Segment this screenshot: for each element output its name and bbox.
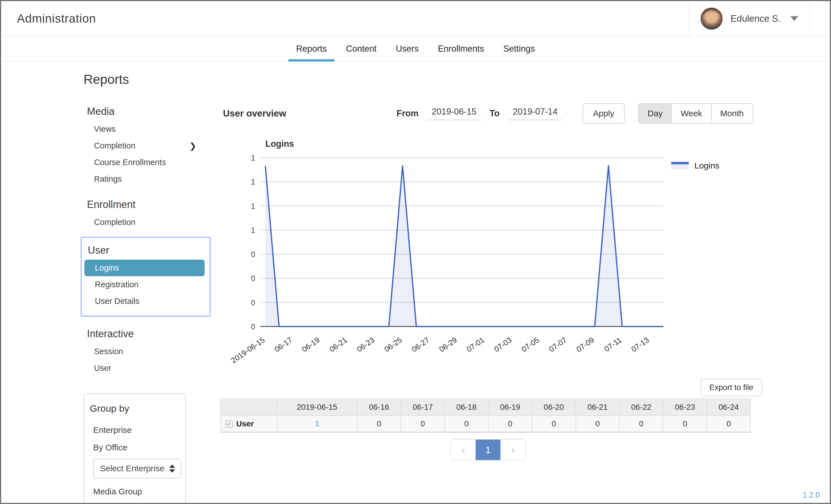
svg-text:07-09: 07-09: [575, 335, 596, 354]
sidebar-item-logins[interactable]: Logins: [84, 260, 205, 276]
tab-users[interactable]: Users: [388, 37, 426, 61]
table-header-cell: 06-18: [445, 399, 488, 416]
svg-text:07-05: 07-05: [520, 335, 541, 354]
svg-text:07-03: 07-03: [492, 335, 513, 354]
user-menu[interactable]: Edulence S.: [689, 1, 810, 36]
svg-text:07-07: 07-07: [547, 335, 568, 354]
to-date-input[interactable]: [508, 107, 562, 120]
section-title: User overview: [223, 108, 286, 119]
chevron-down-icon: [790, 16, 798, 21]
sidebar-item-completion[interactable]: Completion❯: [84, 138, 205, 154]
current-page[interactable]: 1: [476, 440, 500, 460]
sidebar-item-user[interactable]: User: [84, 360, 205, 377]
sidebar-item-completion[interactable]: Completion: [84, 214, 205, 231]
sidebar-item-ratings[interactable]: Ratings: [84, 171, 205, 187]
table-header-cell: 06-24: [707, 399, 750, 416]
svg-text:06-19: 06-19: [300, 335, 321, 354]
range-week-button[interactable]: Week: [672, 103, 711, 124]
table-header-cell: 06-19: [488, 399, 532, 416]
svg-text:0: 0: [251, 250, 255, 259]
select-arrows-icon: [169, 465, 175, 473]
table-row: ✓User1000000000: [221, 416, 750, 432]
table-cell: 0: [576, 416, 620, 432]
group-by-office[interactable]: By Office: [89, 439, 178, 456]
range-segmented-control: DayWeekMonth: [638, 103, 753, 124]
row-label-cell: ✓User: [221, 416, 277, 432]
table-cell: 0: [707, 416, 750, 432]
tab-reports[interactable]: Reports: [288, 37, 335, 61]
svg-text:0: 0: [251, 299, 255, 307]
sidebar-item-course-enrollments[interactable]: Course Enrollments: [84, 154, 205, 171]
next-page-button[interactable]: ›: [500, 440, 525, 460]
table-cell: 0: [663, 416, 707, 432]
table-header-cell: 2019-06-15: [277, 399, 357, 416]
svg-text:06-25: 06-25: [383, 335, 404, 354]
enterprise-select[interactable]: Select Enterprise: [93, 458, 181, 478]
sidebar-heading-enrollment: Enrollment: [87, 199, 205, 210]
group-by-panel: Group by Enterprise By Office Select Ent…: [84, 393, 186, 504]
user-row-checkbox[interactable]: ✓: [225, 420, 233, 428]
table-header-cell: 06-23: [663, 399, 707, 416]
to-label: To: [489, 108, 499, 119]
table-header-cell: 06-21: [576, 399, 620, 416]
svg-text:1: 1: [251, 154, 255, 162]
logins-chart: Logins 111100002019-06-1506-1706-1906-21…: [223, 139, 753, 364]
top-header: Administration Edulence S.: [1, 1, 830, 37]
table-header-cell: [221, 399, 277, 416]
svg-text:07-01: 07-01: [465, 335, 486, 354]
svg-text:1: 1: [251, 202, 255, 210]
table-header-cell: 06-20: [532, 399, 576, 416]
group-by-media-group[interactable]: Media Group: [89, 483, 178, 500]
logins-count-link[interactable]: 1: [277, 416, 357, 432]
table-cell: 0: [532, 416, 576, 432]
sidebar-heading-media: Media: [87, 106, 205, 117]
user-name: Edulence S.: [730, 13, 781, 24]
sidebar-heading-interactive: Interactive: [87, 328, 205, 340]
sidebar-item-session[interactable]: Session: [84, 343, 205, 360]
version-label: 1.2.0: [803, 491, 820, 500]
table-cell: 0: [445, 416, 488, 432]
export-to-file-button[interactable]: Export to file: [700, 379, 762, 396]
group-by-enterprise[interactable]: Enterprise: [89, 421, 178, 439]
range-month-button[interactable]: Month: [712, 103, 753, 124]
svg-text:06-17: 06-17: [273, 335, 294, 354]
sidebar: Reports MediaViewsCompletion❯Course Enro…: [84, 72, 205, 504]
legend-label: Logins: [694, 161, 719, 171]
pagination: ‹ 1 ›: [223, 439, 753, 461]
table-header-cell: 06-17: [401, 399, 445, 416]
svg-text:1: 1: [251, 178, 255, 186]
sidebar-item-registration[interactable]: Registration: [84, 276, 206, 293]
sidebar-highlight-box: UserLoginsRegistrationUser Details: [81, 237, 210, 317]
svg-text:06-21: 06-21: [328, 335, 349, 354]
from-label: From: [397, 108, 419, 119]
logins-table: 2019-06-1506-1606-1706-1806-1906-2006-21…: [220, 398, 751, 433]
page-title: Reports: [84, 72, 205, 87]
table-cell: 0: [619, 416, 663, 432]
svg-text:06-23: 06-23: [355, 335, 376, 354]
chart-plot: 111100002019-06-1506-1706-1906-2106-2306…: [223, 153, 686, 363]
chart-legend: Logins: [671, 161, 719, 171]
avatar[interactable]: [700, 8, 723, 30]
admin-dashboard: Administration Edulence S. ReportsConten…: [0, 0, 831, 504]
table-cell: 0: [488, 416, 532, 432]
prev-page-button[interactable]: ‹: [451, 440, 476, 460]
sidebar-item-views[interactable]: Views: [84, 121, 205, 138]
group-by-title: Group by: [90, 403, 178, 414]
main-nav: ReportsContentUsersEnrollmentsSettings: [1, 37, 830, 61]
sidebar-item-user-details[interactable]: User Details: [84, 293, 206, 309]
range-day-button[interactable]: Day: [638, 103, 672, 124]
chart-title: Logins: [265, 139, 294, 149]
apply-button[interactable]: Apply: [582, 103, 625, 124]
tab-settings[interactable]: Settings: [496, 37, 543, 61]
tab-enrollments[interactable]: Enrollments: [430, 37, 492, 61]
sidebar-sections: MediaViewsCompletion❯Course EnrollmentsR…: [84, 106, 205, 377]
table-header-cell: 06-16: [357, 399, 401, 416]
app-title: Administration: [17, 12, 96, 25]
report-toolbar: User overview From To Apply DayWeekMonth: [223, 103, 753, 124]
row-label: User: [236, 419, 254, 428]
tab-content[interactable]: Content: [339, 37, 384, 61]
from-date-input[interactable]: [427, 107, 481, 120]
svg-text:06-29: 06-29: [437, 335, 458, 354]
legend-swatch-icon: [671, 162, 689, 169]
svg-text:07-13: 07-13: [630, 335, 651, 354]
